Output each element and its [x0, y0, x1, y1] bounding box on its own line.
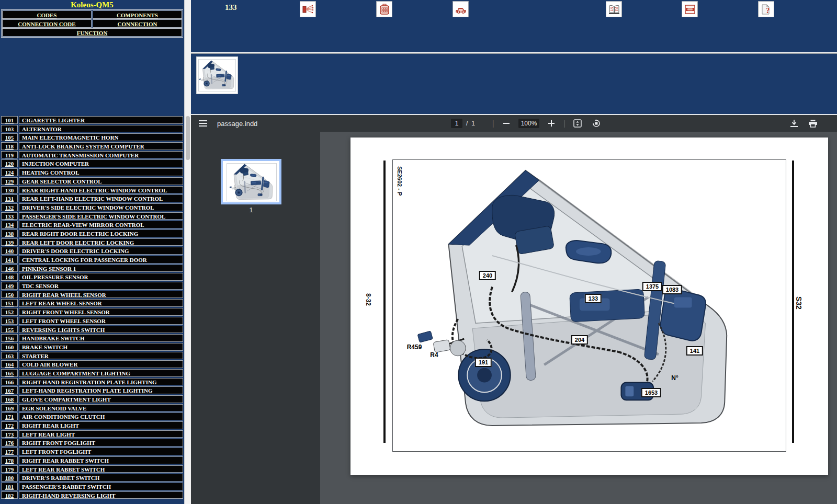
zoom-level-input[interactable]: 100% — [518, 119, 540, 128]
components-button[interactable]: COMPONENTS — [93, 10, 182, 19]
component-code-link[interactable]: 132 — [1, 203, 18, 211]
component-code-link[interactable]: 156 — [1, 334, 18, 342]
component-name[interactable]: LEFT-HAND REGISTRATION PLATE LIGHTING — [19, 386, 183, 394]
component-code-link[interactable]: 179 — [1, 465, 18, 473]
component-name[interactable]: LEFT REAR RABBET SWITCH — [19, 465, 183, 473]
component-name[interactable]: DRIVER'S SIDE ELECTRIC WINDOW CONTROL — [19, 203, 183, 211]
component-code-link[interactable]: 172 — [1, 421, 18, 429]
rotate-icon[interactable] — [590, 117, 603, 130]
component-code-link[interactable]: 180 — [1, 474, 18, 482]
component-code-link[interactable]: 173 — [1, 430, 18, 438]
component-name[interactable]: ELECTRIC REAR-VIEW MIRROR CONTROL — [19, 221, 183, 228]
page-number-input[interactable]: 1 — [451, 119, 462, 128]
component-name[interactable]: CIGARETTE LIGHTER — [19, 116, 183, 124]
component-name[interactable]: DRIVER'S RABBET SWITCH — [19, 474, 183, 482]
car-icon[interactable] — [453, 1, 469, 17]
component-name[interactable]: TDC SENSOR — [19, 282, 183, 290]
component-code-link[interactable]: 101 — [1, 116, 18, 124]
component-code-link[interactable]: 160 — [1, 343, 18, 351]
component-code-link[interactable]: 181 — [1, 483, 18, 490]
component-name[interactable]: REAR RIGHT-HAND ELECTRIC WINDOW CONTROL — [19, 186, 183, 194]
component-name[interactable]: RIGHT-HAND REGISTRATION PLATE LIGHTING — [19, 378, 183, 386]
left-scrollbar-thumb[interactable] — [186, 116, 190, 160]
component-code-link[interactable]: 129 — [1, 177, 18, 185]
component-code-link[interactable]: 105 — [1, 133, 18, 141]
harness-icon[interactable] — [300, 1, 316, 17]
component-name[interactable]: RIGHT REAR RABBET SWITCH — [19, 456, 183, 464]
component-code-link[interactable]: 141 — [1, 256, 18, 264]
component-code-link[interactable]: 131 — [1, 194, 18, 202]
component-name[interactable]: PINKING SENSOR 1 — [19, 265, 183, 272]
component-name[interactable]: GLOVE COMPARTMENT LIGHT — [19, 395, 183, 403]
component-code-link[interactable]: 148 — [1, 273, 18, 281]
component-name[interactable]: AIR CONDITIONING CLUTCH — [19, 413, 183, 420]
zoom-in-icon[interactable] — [545, 117, 558, 130]
diagram-preview[interactable] — [196, 56, 238, 94]
download-icon[interactable] — [787, 117, 801, 130]
component-code-link[interactable]: 124 — [1, 168, 18, 176]
component-code-link[interactable]: 150 — [1, 291, 18, 299]
component-name[interactable]: MAIN ELECTROMAGNETIC HORN — [19, 133, 183, 141]
component-code-link[interactable]: 138 — [1, 230, 18, 237]
component-name[interactable]: REAR RIGHT DOOR ELECTRIC LOCKING — [19, 230, 183, 237]
fit-page-icon[interactable] — [571, 117, 584, 130]
component-name[interactable]: REAR LEFT-HAND ELECTRIC WINDOW CONTROL — [19, 194, 183, 202]
component-code-link[interactable]: 130 — [1, 186, 18, 194]
component-code-link[interactable]: 165 — [1, 369, 18, 377]
component-name[interactable]: GEAR SELECTOR CONTROL — [19, 177, 183, 185]
component-code-link[interactable]: 120 — [1, 159, 18, 167]
component-name[interactable]: LEFT REAR WHEEL SENSOR — [19, 299, 183, 307]
page-thumbnail[interactable] — [221, 159, 281, 204]
book-icon[interactable] — [606, 1, 622, 17]
component-name[interactable]: COLD AIR BLOWER — [19, 360, 183, 368]
connection-button[interactable]: CONNECTION — [93, 19, 182, 28]
component-name[interactable]: ANTI-LOCK BRAKING SYSTEM COMPUTER — [19, 142, 183, 150]
component-name[interactable]: EGR SOLENOID VALVE — [19, 404, 183, 412]
component-code-link[interactable]: 149 — [1, 282, 18, 290]
component-name[interactable]: RIGHT-HAND REVERSING LIGHT — [19, 491, 183, 499]
component-code-link[interactable]: 139 — [1, 238, 18, 246]
connector-icon[interactable] — [376, 1, 392, 17]
component-code-link[interactable]: 153 — [1, 317, 18, 325]
component-name[interactable]: LEFT REAR LIGHT — [19, 430, 183, 438]
connection-code-button[interactable]: CONNECTION CODE — [2, 19, 92, 28]
component-code-link[interactable]: 171 — [1, 413, 18, 420]
component-name[interactable]: AUTOMATIC TRANSMISSION COMPUTER — [19, 151, 183, 159]
component-code-link[interactable]: 178 — [1, 456, 18, 464]
component-name[interactable]: RIGHT FRONT FOGLIGHT — [19, 439, 183, 446]
component-name[interactable]: CENTRAL LOCKING FOR PASSENGER DOOR — [19, 256, 183, 264]
component-code-link[interactable]: 119 — [1, 151, 18, 159]
component-code-link[interactable]: 118 — [1, 142, 18, 150]
component-code-link[interactable]: 151 — [1, 299, 18, 307]
component-code-link[interactable]: 176 — [1, 439, 18, 446]
zoom-out-icon[interactable] — [500, 117, 513, 130]
component-name[interactable]: REAR LEFT DOOR ELECTRIC LOCKING — [19, 238, 183, 246]
component-name[interactable]: RIGHT REAR LIGHT — [19, 421, 183, 429]
function-button[interactable]: FUNCTION — [2, 28, 182, 37]
component-code-link[interactable]: 103 — [1, 125, 18, 133]
component-name[interactable]: HANDBRAKE SWITCH — [19, 334, 183, 342]
component-code-link[interactable]: 134 — [1, 221, 18, 228]
component-name[interactable]: PASSENGER'S RABBET SWITCH — [19, 483, 183, 490]
component-code-link[interactable]: 163 — [1, 352, 18, 360]
component-code-link[interactable]: 133 — [1, 212, 18, 220]
fuse-icon[interactable] — [682, 1, 698, 17]
component-name[interactable]: OIL PRESSURE SENSOR — [19, 273, 183, 281]
pdf-page-area[interactable]: SE2602 - P 8-32 S32 24013751083133204141… — [320, 132, 837, 504]
component-name[interactable]: RIGHT FRONT WHEEL SENSOR — [19, 308, 183, 316]
codes-button[interactable]: CODES — [2, 10, 92, 19]
left-scrollbar[interactable] — [184, 0, 191, 504]
component-name[interactable]: ALTERNATOR — [19, 125, 183, 133]
component-name[interactable]: RIGHT REAR WHEEL SENSOR — [19, 291, 183, 299]
component-code-link[interactable]: 177 — [1, 448, 18, 455]
component-code-link[interactable]: 164 — [1, 360, 18, 368]
component-code-link[interactable]: 168 — [1, 395, 18, 403]
component-name[interactable]: HEATING CONTROL — [19, 168, 183, 176]
component-name[interactable]: REVERSING LIGHTS SWITCH — [19, 326, 183, 334]
component-code-link[interactable]: 155 — [1, 326, 18, 334]
component-name[interactable]: INJECTION COMPUTER — [19, 159, 183, 167]
component-name[interactable]: BRAKE SWITCH — [19, 343, 183, 351]
component-name[interactable]: DRIVER'S DOOR ELECTRIC LOCKING — [19, 247, 183, 255]
component-code-link[interactable]: 146 — [1, 265, 18, 272]
component-code-link[interactable]: 166 — [1, 378, 18, 386]
